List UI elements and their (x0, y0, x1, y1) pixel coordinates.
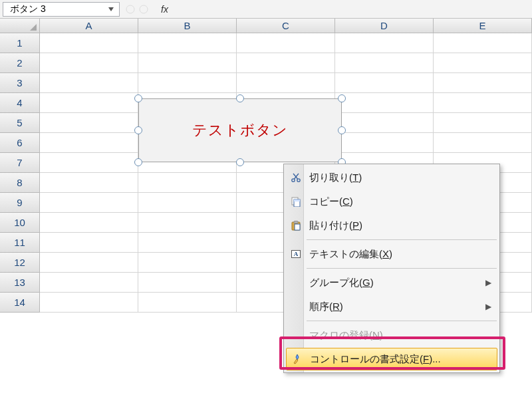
cell[interactable] (434, 93, 532, 113)
copy-icon (290, 196, 302, 207)
row-header[interactable]: 2 (0, 53, 40, 73)
cell[interactable] (138, 233, 237, 253)
cell[interactable] (40, 273, 138, 293)
cell[interactable] (40, 33, 138, 53)
name-box-dropdown-icon[interactable] (107, 5, 115, 13)
select-all-corner[interactable] (0, 19, 40, 33)
col-header[interactable]: D (335, 19, 434, 33)
name-box[interactable]: ボタン 3 (3, 2, 120, 17)
svg-rect-8 (294, 221, 298, 223)
row-header[interactable]: 9 (0, 193, 40, 213)
resize-handle[interactable] (134, 94, 142, 102)
resize-handle[interactable] (236, 158, 244, 166)
form-button[interactable]: テストボタン (138, 98, 342, 162)
menu-item-edittext[interactable]: Aテキストの編集(X) (285, 242, 498, 266)
menu-item-paste[interactable]: 貼り付け(P) (285, 213, 498, 237)
row-header[interactable]: 4 (0, 93, 40, 113)
col-header[interactable]: A (40, 19, 138, 33)
cell[interactable] (40, 153, 138, 173)
cell[interactable] (138, 73, 237, 93)
submenu-arrow-icon: ▶ (485, 302, 491, 311)
cell[interactable] (138, 33, 237, 53)
row-header[interactable]: 8 (0, 173, 40, 193)
cell[interactable] (40, 93, 138, 113)
row: 3 (0, 73, 532, 93)
cell[interactable] (138, 193, 237, 213)
formula-bar[interactable]: fx (124, 3, 168, 16)
cell[interactable] (40, 53, 138, 73)
menu-item-group[interactable]: グループ化(G)▶ (285, 271, 498, 295)
menu-item-cut[interactable]: 切り取り(T) (285, 166, 498, 190)
menu-item-copy[interactable]: コピー(C) (285, 190, 498, 213)
col-header[interactable]: E (434, 19, 532, 33)
cell[interactable] (138, 253, 237, 273)
row-header[interactable]: 13 (0, 273, 40, 293)
row-header[interactable]: 7 (0, 153, 40, 173)
form-button-label: テストボタン (192, 120, 288, 140)
cell[interactable] (335, 133, 434, 153)
resize-handle[interactable] (338, 126, 346, 134)
svg-point-1 (140, 5, 148, 13)
cell[interactable] (40, 133, 138, 153)
resize-handle[interactable] (134, 158, 142, 166)
row-header[interactable]: 12 (0, 253, 40, 273)
resize-handle[interactable] (236, 94, 244, 102)
cell[interactable] (237, 73, 335, 93)
resize-handle[interactable] (338, 94, 346, 102)
menu-item-format[interactable]: コントロールの書式設定(F)... (286, 348, 497, 370)
context-menu: 切り取り(T)コピー(C)貼り付け(P)Aテキストの編集(X)グループ化(G)▶… (283, 164, 500, 373)
fx-label[interactable]: fx (161, 4, 168, 15)
textbox-icon: A (290, 248, 302, 260)
svg-rect-6 (294, 200, 300, 201)
cell[interactable] (40, 213, 138, 233)
spreadsheet-grid[interactable]: A B C D E 1234567891011121314 テストボタン 切り取… (0, 19, 532, 313)
svg-point-0 (126, 5, 134, 13)
row-header[interactable]: 10 (0, 213, 40, 233)
cell[interactable] (335, 113, 434, 133)
cell[interactable] (40, 113, 138, 133)
resize-handle[interactable] (134, 126, 142, 134)
format-icon (291, 353, 303, 365)
cell[interactable] (138, 273, 237, 293)
form-button-selected[interactable]: テストボタン (138, 98, 342, 162)
cell[interactable] (40, 293, 138, 313)
cancel-icon (124, 3, 137, 16)
menu-separator (307, 268, 497, 269)
cell[interactable] (40, 173, 138, 193)
cell[interactable] (335, 53, 434, 73)
col-header[interactable]: B (138, 19, 237, 33)
cell[interactable] (434, 133, 532, 153)
svg-text:A: A (294, 251, 299, 257)
col-header[interactable]: C (237, 19, 335, 33)
cell[interactable] (138, 173, 237, 193)
row-header[interactable]: 14 (0, 293, 40, 313)
cell[interactable] (434, 113, 532, 133)
cell[interactable] (434, 33, 532, 53)
row-header[interactable]: 6 (0, 133, 40, 153)
cell[interactable] (434, 53, 532, 73)
cell[interactable] (40, 253, 138, 273)
cell[interactable] (434, 73, 532, 93)
svg-rect-9 (295, 224, 300, 230)
cell[interactable] (40, 193, 138, 213)
cell[interactable] (237, 33, 335, 53)
row-header[interactable]: 5 (0, 113, 40, 133)
row-header[interactable]: 3 (0, 73, 40, 93)
cell[interactable] (40, 73, 138, 93)
row-header[interactable]: 11 (0, 233, 40, 253)
menu-item-label: コピー(C) (309, 196, 491, 208)
menu-item-label: テキストの編集(X) (309, 248, 491, 261)
cell[interactable] (335, 33, 434, 53)
cell[interactable] (138, 53, 237, 73)
row-header[interactable]: 1 (0, 33, 40, 53)
cell[interactable] (40, 233, 138, 253)
cell[interactable] (237, 53, 335, 73)
cell[interactable] (138, 293, 237, 313)
cell[interactable] (335, 93, 434, 113)
cell[interactable] (138, 213, 237, 233)
enter-icon (137, 3, 150, 16)
menu-item-order[interactable]: 順序(R)▶ (285, 295, 498, 319)
cell[interactable] (335, 73, 434, 93)
menu-item-label: 切り取り(T) (309, 172, 491, 184)
menu-item-label: グループ化(G) (309, 277, 485, 289)
